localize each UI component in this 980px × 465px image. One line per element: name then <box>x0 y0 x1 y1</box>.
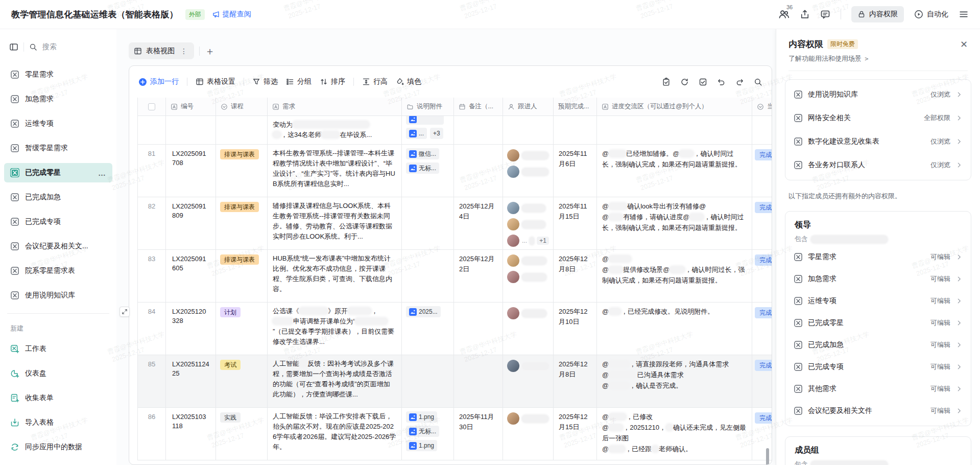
column-header[interactable]: 预期完成... <box>554 98 597 115</box>
attachment-chip[interactable]: 2025... <box>406 306 441 317</box>
cell-progress-comments[interactable]: @@提供修改场景@，确认时间过长，强制确认完成，如果还有问题请重新提报。 <box>597 250 752 302</box>
close-panel-button[interactable]: ✕ <box>960 40 968 49</box>
cell-progress-comments[interactable]: @，请直接跟段老师，沟通具体需求@ 已沟通具体需求@，确认是否完成。 <box>597 355 752 407</box>
cell-followers[interactable] <box>503 145 554 197</box>
cell-status[interactable]: 完成 <box>752 303 772 355</box>
cell-code[interactable] <box>166 116 216 144</box>
cell-status[interactable] <box>752 116 772 144</box>
panel-help-link[interactable]: 了解功能用法和使用场景 ＞ <box>788 54 968 63</box>
cell-status[interactable]: 完成 <box>752 197 772 249</box>
menu-icon[interactable] <box>959 9 969 19</box>
cell-followers[interactable] <box>503 250 554 302</box>
permission-item[interactable]: 已完成专项可编辑 <box>785 356 971 378</box>
refresh-icon[interactable] <box>680 78 689 86</box>
cell-attachments[interactable]: 2025... <box>402 303 454 355</box>
comment-icon[interactable] <box>820 9 830 19</box>
cell-progress-comments[interactable] <box>597 116 752 144</box>
cell-note[interactable] <box>454 116 503 144</box>
cell-attachments[interactable]: ...+3 <box>402 116 454 144</box>
attachment-chip[interactable] <box>406 116 444 125</box>
cell-code[interactable]: LX2025091605 <box>166 250 216 302</box>
table-scrollbar[interactable] <box>766 66 769 465</box>
select-all-checkbox[interactable] <box>148 103 155 110</box>
add-row-button[interactable]: 添加一行 <box>138 77 179 86</box>
permission-item[interactable]: 其他需求可编辑 <box>785 378 971 400</box>
undo-icon[interactable] <box>717 78 726 86</box>
cell-note[interactable] <box>454 303 503 355</box>
more-icon[interactable]: … <box>98 169 106 177</box>
permission-item[interactable]: 已完成零星可编辑 <box>785 312 971 334</box>
permission-item[interactable]: 零星需求可编辑 <box>785 246 971 268</box>
sidebar-table-item[interactable]: 已完成加急 <box>4 188 112 207</box>
sidebar-table-item[interactable]: 已完成专项 <box>4 212 112 231</box>
column-header[interactable]: 跟进人 <box>503 98 554 115</box>
cell-code[interactable]: LX2025103118 <box>166 408 216 460</box>
cell-due-date[interactable]: 2025年11月6日 <box>554 145 597 197</box>
collapse-sidebar-icon[interactable] <box>9 42 18 52</box>
sidebar-table-item[interactable]: 运维专项 <box>4 114 112 133</box>
cell-course[interactable]: 考试 <box>216 355 268 407</box>
sidebar-table-item[interactable]: 已完成零星… <box>4 163 112 182</box>
share-icon[interactable] <box>800 9 810 19</box>
cell-demand[interactable]: 变动为 ，这34名老师在毕设系... <box>268 116 402 144</box>
cell-code[interactable]: LX2025091708 <box>166 145 216 197</box>
cell-demand[interactable]: 辅修排课及课程信息与LOOK系统、本科生教务管理系统--排课管理有关数据未同步。… <box>268 197 402 249</box>
cell-followers[interactable] <box>503 303 554 355</box>
table-row[interactable]: 变动为 ，这34名老师在毕设系......+3 <box>137 116 772 145</box>
search-input[interactable]: 搜索 <box>42 42 57 52</box>
sidebar-table-item[interactable]: 会议纪要及相关文... <box>4 237 112 256</box>
cell-demand[interactable]: 人工智能反馈：毕设工作安排表下载后，抬头的届次不对。现在的应该是2025-202… <box>268 408 402 460</box>
toolbar-filter-button[interactable]: 筛选 <box>252 77 278 86</box>
cell-followers[interactable] <box>503 408 554 460</box>
expand-record-button[interactable] <box>119 307 130 317</box>
sidebar-new-item[interactable]: 同步应用中的数据 <box>4 437 112 457</box>
cell-code[interactable]: LX2025091809 <box>166 197 216 249</box>
cell-demand[interactable]: 公选课《》原开，申请调整开课单位为“”（已提交春季学期排课表），目前仅需要修改学… <box>268 303 402 355</box>
attachment-chip[interactable]: ... <box>406 128 427 139</box>
column-header[interactable]: 当前 <box>752 98 772 115</box>
cell-note[interactable]: 2025年12月2日 <box>454 250 503 302</box>
toolbar-table-grid-button[interactable]: 表格设置 <box>196 77 235 86</box>
cell-code[interactable]: LX2025120328 <box>166 303 216 355</box>
permission-item[interactable]: 各业务对口联系人仅浏览 <box>785 153 971 177</box>
collaborators-icon[interactable]: 36 <box>778 9 790 20</box>
cell-due-date[interactable]: 2025年11月15日 <box>554 197 597 249</box>
cell-demand[interactable]: HUB系统“统一发布课表”中增加发布统计比例。优化发布不成功信息，按开课课程、学… <box>268 250 402 302</box>
sidebar-table-item[interactable]: 零星需求 <box>4 65 112 84</box>
table-row[interactable]: 83LX2025091605排课与课表HUB系统“统一发布课表”中增加发布统计比… <box>137 250 772 303</box>
form-check-icon[interactable] <box>699 78 707 86</box>
automation-button[interactable]: 自动化 <box>914 10 948 19</box>
attachment-chip[interactable]: 1.png <box>406 440 437 451</box>
sidebar-new-item[interactable]: 仪表盘 <box>4 364 112 383</box>
clipboard-icon[interactable] <box>662 78 671 86</box>
cell-course[interactable] <box>216 116 268 144</box>
cell-due-date[interactable]: 2025年12月8日 <box>554 355 597 407</box>
toolbar-fill-button[interactable]: 填色 <box>396 77 421 86</box>
redo-icon[interactable] <box>735 78 744 86</box>
cell-attachments[interactable] <box>402 197 454 249</box>
sidebar-table-item[interactable]: 暂缓零星需求 <box>4 138 112 158</box>
sidebar-new-item[interactable]: 导入表格 <box>4 413 112 432</box>
attachment-chip[interactable]: 1.png <box>406 411 437 423</box>
tab-table-view[interactable]: 表格视图 ⋮ <box>129 42 194 59</box>
cell-status[interactable]: 完成 <box>752 145 772 197</box>
toolbar-row-height-button[interactable]: 行高 <box>362 77 388 86</box>
column-header[interactable]: 课程 <box>216 98 268 115</box>
cell-progress-comments[interactable]: @确认look导出有没有辅修@@有辅修，请确认进度@，确认时间过长，强制确认完成… <box>597 197 752 249</box>
cell-status[interactable]: 完成 <box>752 355 772 407</box>
table-row[interactable]: 85LX2025112425考试人工智能反馈：因补考考试涉及多个课程，需要增加一… <box>137 355 772 408</box>
cell-due-date[interactable]: 2025年12月10日 <box>554 303 597 355</box>
cell-progress-comments[interactable]: @，已经完成修改。见说明附件。 <box>597 303 752 355</box>
cell-note[interactable]: 2025年11月30日 <box>454 408 503 460</box>
column-header[interactable]: 需求 <box>268 98 402 115</box>
attachment-chip[interactable]: +3 <box>430 128 443 139</box>
column-header[interactable]: 进度交流区（可以通过@到个人） <box>597 98 752 115</box>
attachment-chip[interactable]: 无标... <box>406 162 439 174</box>
permission-item[interactable]: 会议纪要及相关文件可编辑 <box>785 400 971 422</box>
attachment-chip[interactable]: 无标... <box>406 426 439 437</box>
table-row[interactable]: 84LX2025120328计划公选课《》原开，申请调整开课单位为“”（已提交春… <box>137 303 772 355</box>
sidebar-table-item[interactable]: 加急需求 <box>4 89 112 109</box>
attachment-chip[interactable]: 微信... <box>406 148 439 159</box>
cell-progress-comments[interactable]: @，已修改@，20251210，确认还未完成，见左侧最后一张图@，已经跟老师确认… <box>597 408 752 460</box>
cell-attachments[interactable] <box>402 355 454 407</box>
